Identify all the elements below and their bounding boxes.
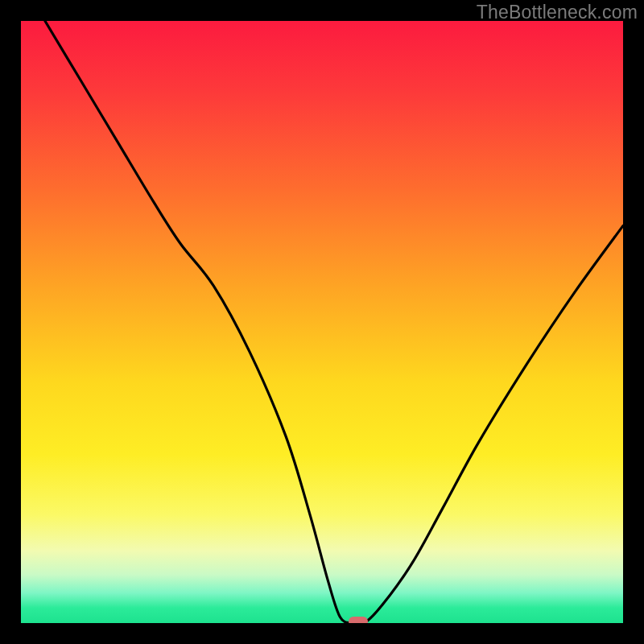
- plot-area: [21, 21, 623, 623]
- minimum-marker: [349, 617, 368, 623]
- chart-frame: TheBottleneck.com: [0, 0, 644, 644]
- watermark-text: TheBottleneck.com: [477, 2, 638, 23]
- bottleneck-curve: [21, 21, 623, 623]
